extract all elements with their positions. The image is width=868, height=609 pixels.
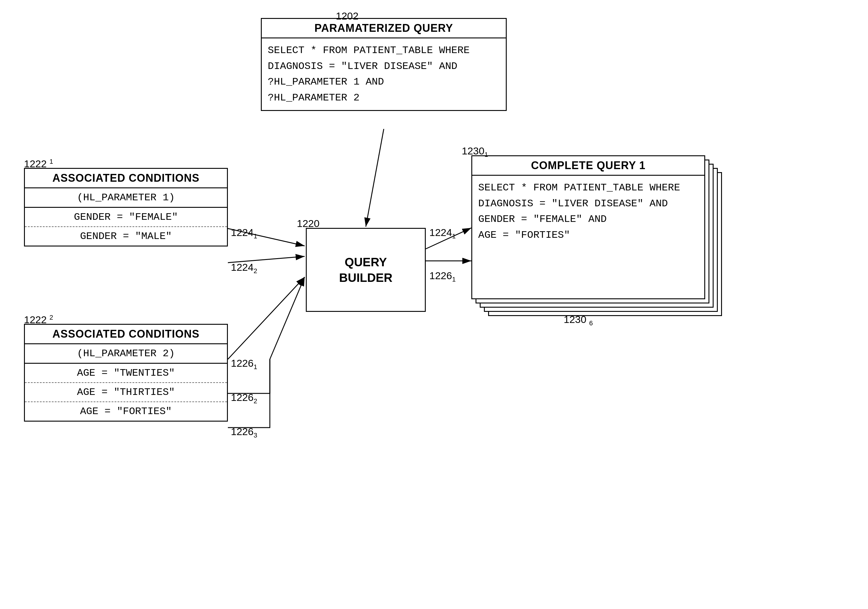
ref-1224-2-left: 12242: [231, 262, 257, 275]
assoc-box-1-title: ASSOCIATED CONDITIONS: [25, 169, 227, 188]
complete-query-main: COMPLETE QUERY 1 SELECT * FROM PATIENT_T…: [471, 155, 705, 299]
assoc-box-1-row-2: GENDER = "MALE": [25, 227, 227, 246]
diagram-container: PARAMATERIZED QUERY SELECT * FROM PATIEN…: [0, 0, 868, 609]
ref-1220: 1220: [297, 218, 319, 229]
query-builder-box: QUERYBUILDER: [306, 228, 426, 312]
ref-1222-1: 1222 1: [24, 158, 53, 170]
svg-line-2: [366, 129, 384, 227]
ref-1222-2: 1222 2: [24, 314, 53, 325]
ref-1230-6: 1230 6: [564, 314, 593, 327]
assoc-box-1-header: (HL_PARAMETER 1): [25, 188, 227, 208]
ref-1226-3-left: 12263: [231, 426, 257, 439]
svg-line-5: [228, 277, 305, 359]
ref-1226-1-left: 12261: [231, 358, 257, 371]
assoc-box-1-row-1: GENDER = "FEMALE": [25, 208, 227, 227]
assoc-box-2: ASSOCIATED CONDITIONS (HL_PARAMETER 2) A…: [24, 324, 228, 421]
assoc-box-2-header: (HL_PARAMETER 2): [25, 344, 227, 364]
svg-line-6: [270, 277, 305, 359]
assoc-box-2-title: ASSOCIATED CONDITIONS: [25, 325, 227, 344]
param-query-title: PARAMATERIZED QUERY: [262, 19, 506, 39]
ref-1224-1-right: 12241: [429, 227, 456, 240]
assoc-box-2-row-1: AGE = "TWENTIES": [25, 364, 227, 383]
assoc-box-1: ASSOCIATED CONDITIONS (HL_PARAMETER 1) G…: [24, 168, 228, 246]
complete-query-content: SELECT * FROM PATIENT_TABLE WHERE DIAGNO…: [472, 176, 704, 247]
ref-1224-1-left: 12241: [231, 227, 257, 240]
assoc-box-2-row-2: AGE = "THIRTIES": [25, 383, 227, 402]
ref-1226-2-left: 12262: [231, 392, 257, 405]
query-builder-label: QUERYBUILDER: [339, 254, 392, 285]
param-query-box: PARAMATERIZED QUERY SELECT * FROM PATIEN…: [261, 18, 507, 111]
complete-query-title: COMPLETE QUERY 1: [472, 156, 704, 176]
assoc-box-2-row-3: AGE = "FORTIES": [25, 402, 227, 421]
param-query-content: SELECT * FROM PATIENT_TABLE WHERE DIAGNO…: [262, 39, 506, 110]
ref-1230-1: 12301: [462, 145, 488, 159]
ref-1226-1-right: 12261: [429, 270, 456, 284]
ref-1202: 1202: [336, 10, 359, 22]
